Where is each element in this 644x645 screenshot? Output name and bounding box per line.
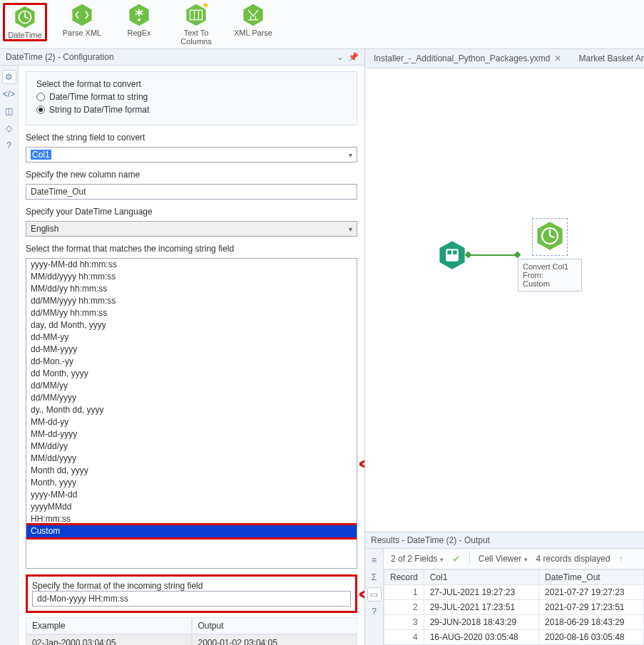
tool-xml-parse[interactable]: XML Parse	[231, 3, 275, 37]
svg-point-6	[138, 19, 140, 21]
fields-dropdown[interactable]: 2 of 2 Fields ▾	[391, 554, 444, 564]
tool-label: RegEx	[127, 29, 150, 37]
col-col1[interactable]: Col1	[424, 570, 538, 585]
caption-line: Custom	[523, 279, 577, 288]
tab-market-basket[interactable]: Market Basket Ana	[576, 52, 644, 65]
tool-regex[interactable]: RegEx	[117, 3, 161, 37]
list-item[interactable]: Month dd, yyyy	[26, 465, 357, 477]
document-tabs: Installer_-_Additional_Python_Packages.y…	[365, 49, 644, 68]
custom-format-input[interactable]: dd-Mon-yyyy HH:mm:ss	[32, 591, 351, 607]
datetime-icon	[13, 5, 37, 29]
config-panel: DateTime (2) - Configuration ⌄ 📌 ⚙ </> ◫…	[0, 49, 365, 645]
list-item[interactable]: dd/MM/yyyy	[26, 392, 357, 404]
workflow-canvas[interactable]: Convert Col1 From: Custom	[365, 68, 644, 532]
format-convert-group: Select the format to convert Date/Time f…	[26, 71, 357, 125]
list-item[interactable]: MM/dd/yy	[26, 440, 357, 453]
cell-record: 3	[384, 615, 424, 630]
custom-format-highlight: Specify the format of the incoming strin…	[26, 574, 357, 613]
tool-text-to-columns[interactable]: ★ Text To Columns	[174, 3, 218, 46]
sidetab-list-icon[interactable]: ≡	[367, 553, 382, 567]
sidetab-code-icon[interactable]: </>	[2, 87, 16, 101]
star-icon: ★	[202, 0, 210, 10]
radio-label: Date/Time format to string	[49, 92, 148, 102]
sidetab-gear-icon[interactable]: ⚙	[2, 70, 16, 84]
string-field-select[interactable]: Col1 ▾	[26, 147, 357, 162]
cell-col1: 29-JUL-2021 17:23:51	[424, 600, 538, 615]
sidetab-doc-icon[interactable]: ▭	[367, 587, 382, 602]
list-item[interactable]: dd/MM/yy	[26, 380, 357, 392]
sidetab-flow-icon[interactable]: ◫	[2, 104, 16, 118]
arrow-up-icon[interactable]: ↑	[619, 554, 623, 564]
tool-label: DateTime	[8, 31, 41, 39]
list-item[interactable]: yyyyMMdd	[26, 501, 357, 513]
example-value-row: 02-Jan-2000 03:04:05 2000-01-02 03:04:05	[26, 634, 357, 645]
caption-line: Convert Col1	[523, 262, 577, 271]
input-node[interactable]	[436, 239, 468, 271]
tool-datetime[interactable]: DateTime	[3, 3, 47, 41]
tab-label: Installer_-_Additional_Python_Packages.y…	[374, 53, 550, 63]
radio-string-to-date[interactable]: String to Date/Time format	[36, 105, 347, 115]
chevron-down-icon: ▾	[349, 225, 352, 233]
chevron-down-icon[interactable]: ⌄	[337, 52, 344, 62]
list-item[interactable]: dd-MM-yyyy	[26, 344, 357, 356]
results-grid[interactable]: Record Col1 DateTime_Out 1 27-JUL-2021 1…	[384, 569, 644, 645]
datetime-node[interactable]: Convert Col1 From: Custom	[518, 218, 582, 291]
svg-marker-11	[243, 4, 262, 26]
list-item[interactable]: MM/dd/yyyy	[26, 453, 357, 465]
list-item[interactable]: dd Month, yyyy	[26, 368, 357, 380]
config-header: DateTime (2) - Configuration ⌄ 📌	[0, 49, 364, 66]
list-item[interactable]: dy., Month dd, yyyy	[26, 404, 357, 416]
sidetab-tag-icon[interactable]: ◇	[2, 121, 16, 135]
radio-date-to-string[interactable]: Date/Time format to string	[36, 92, 347, 102]
tool-parse-xml[interactable]: Parse XML	[60, 3, 104, 37]
list-item[interactable]: dd/MM/yyyy hh:mm:ss	[26, 295, 357, 307]
table-row[interactable]: 2 29-JUL-2021 17:23:51 2021-07-29 17:23:…	[384, 600, 644, 615]
list-item[interactable]: dd-Mon.-yy	[26, 356, 357, 368]
col-record[interactable]: Record	[384, 570, 424, 585]
svg-rect-14	[447, 250, 451, 254]
list-item[interactable]: MM-dd-yy	[26, 416, 357, 428]
example-header-row: Example Output	[26, 617, 357, 634]
list-item[interactable]: MM/dd/yy hh:mm:ss	[26, 283, 357, 295]
config-title: DateTime (2) - Configuration	[6, 52, 114, 62]
list-item[interactable]: yyyy-MM-dd hh:mm:ss	[26, 259, 357, 271]
sidetab-help-icon[interactable]: ?	[367, 604, 382, 619]
group-title: Select the format to convert	[36, 79, 347, 89]
highlight-arrow-icon	[359, 455, 364, 475]
pin-icon[interactable]: 📌	[348, 52, 359, 62]
toolbar: DateTime Parse XML RegEx ★ Text To Colum…	[0, 0, 644, 49]
table-row[interactable]: 3 29-JUN-2018 18:43:29 2018-06-29 18:43:…	[384, 615, 644, 630]
divider	[469, 553, 470, 564]
sidetab-help-icon[interactable]: ?	[2, 138, 16, 153]
new-column-input[interactable]: DateTime_Out	[26, 184, 357, 200]
input-value: dd-Mon-yyyy HH:mm:ss	[37, 594, 128, 604]
list-item[interactable]: MM-dd-yyyy	[26, 428, 357, 440]
caption-line: From:	[523, 271, 577, 279]
lang-label: Specify your DateTime Language	[26, 207, 357, 217]
results-panel: Results - DateTime (2) - Output ≡ Σ ▭ ? …	[365, 532, 644, 645]
language-select[interactable]: English ▾	[26, 221, 357, 237]
regex-icon	[127, 3, 151, 27]
cellviewer-dropdown[interactable]: Cell Viewer ▾	[479, 554, 528, 564]
list-item[interactable]: yyyy-MM-dd	[26, 489, 357, 501]
cell-datetime-out: 2018-06-29 18:43:29	[539, 615, 644, 630]
sidetab-sigma-icon[interactable]: Σ	[367, 570, 382, 584]
newcol-label: Specify the new column name	[26, 170, 357, 180]
table-header-row: Record Col1 DateTime_Out	[384, 570, 644, 585]
list-item[interactable]: day, dd Month, yyyy	[26, 319, 357, 331]
list-item[interactable]: dd-MM-yy	[26, 331, 357, 344]
cell-col1: 16-AUG-2020 03:05:48	[424, 630, 538, 645]
tab-installer[interactable]: Installer_-_Additional_Python_Packages.y…	[371, 52, 564, 65]
col-datetime-out[interactable]: DateTime_Out	[539, 570, 644, 585]
tab-label: Market Basket Ana	[578, 53, 644, 63]
list-item[interactable]: MM/dd/yyyy hh:mm:ss	[26, 271, 357, 283]
table-row[interactable]: 4 16-AUG-2020 03:05:48 2020-08-16 03:05:…	[384, 630, 644, 645]
format-listbox[interactable]: yyyy-MM-dd hh:mm:ssMM/dd/yyyy hh:mm:ssMM…	[26, 258, 357, 569]
tool-label: Text To Columns	[174, 29, 218, 46]
list-item[interactable]: Month, yyyy	[26, 477, 357, 489]
tool-label: Parse XML	[63, 29, 101, 37]
check-icon[interactable]: ✔	[452, 553, 461, 564]
table-row[interactable]: 1 27-JUL-2021 19:27:23 2021-07-27 19:27:…	[384, 585, 644, 600]
close-icon[interactable]: ✕	[554, 53, 561, 63]
list-item[interactable]: dd/MM/yy hh:mm:ss	[26, 307, 357, 319]
